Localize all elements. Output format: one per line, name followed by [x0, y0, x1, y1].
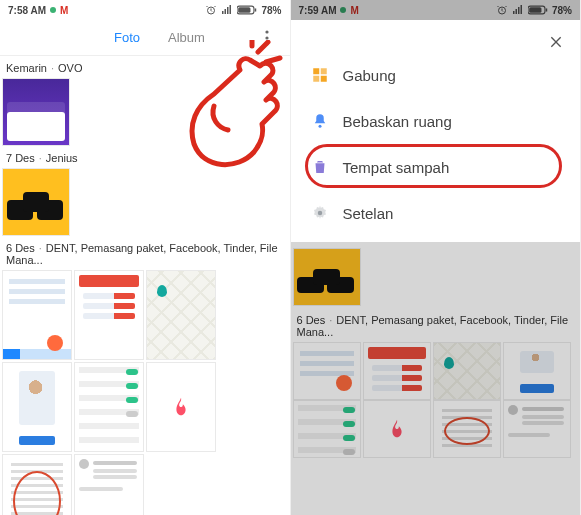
more-menu-button[interactable] [252, 20, 282, 56]
svg-rect-22 [320, 76, 326, 82]
overflow-menu-sheet: Gabung Bebaskan ruang Tempat sampah Sete… [291, 20, 581, 242]
group-header: 6 Des·DENT, Pemasang paket, Facebook, Ti… [0, 236, 290, 270]
svg-rect-1 [222, 11, 224, 14]
thumbnail[interactable] [146, 270, 216, 360]
svg-rect-20 [320, 68, 326, 74]
bell-icon [311, 112, 329, 130]
svg-rect-4 [230, 5, 232, 14]
svg-rect-3 [227, 7, 229, 14]
gallery-under-overlay: 7 Des·Jenius 6 Des·DENT, Pemasang paket,… [291, 224, 581, 515]
trash-icon [311, 158, 329, 176]
menu-item-trash[interactable]: Tempat sampah [291, 144, 581, 190]
status-bar: 7:58 AM M 78% [0, 0, 290, 20]
thumbnail[interactable] [2, 78, 70, 146]
group-header: 7 Des·Jenius [0, 146, 290, 168]
svg-point-8 [265, 30, 268, 33]
battery-text: 78% [261, 5, 281, 16]
thumbnail[interactable] [2, 270, 72, 360]
thumbnail[interactable] [146, 362, 216, 452]
svg-point-23 [318, 125, 321, 128]
thumbnail[interactable] [74, 454, 144, 515]
tinder-icon [170, 396, 192, 418]
alarm-icon [205, 4, 217, 16]
close-icon [548, 34, 564, 50]
menu-item-label: Bebaskan ruang [343, 113, 452, 130]
menu-item-free-space[interactable]: Bebaskan ruang [291, 98, 581, 144]
menu-item-combine[interactable]: Gabung [291, 52, 581, 98]
gear-icon [311, 204, 329, 222]
svg-rect-2 [225, 9, 227, 14]
svg-rect-19 [313, 68, 319, 74]
battery-icon [237, 4, 257, 16]
clock-text: 7:58 AM [8, 5, 46, 16]
thumbnail[interactable] [293, 248, 361, 306]
svg-rect-21 [313, 76, 319, 82]
thumbnail[interactable] [2, 168, 70, 236]
menu-item-label: Tempat sampah [343, 159, 450, 176]
thumbnail[interactable] [503, 342, 571, 400]
thumbnail[interactable] [363, 400, 431, 458]
thumbnail[interactable] [363, 342, 431, 400]
thumbnail[interactable] [74, 362, 144, 452]
signal-icon [221, 4, 233, 16]
thumbnail[interactable] [2, 362, 72, 452]
tab-albums[interactable]: Album [154, 20, 219, 56]
thumbnail[interactable] [74, 270, 144, 360]
thumbnail[interactable] [2, 454, 72, 515]
svg-rect-7 [255, 8, 257, 11]
collage-icon [311, 66, 329, 84]
menu-item-settings[interactable]: Setelan [291, 190, 581, 236]
more-vertical-icon [265, 30, 269, 46]
svg-point-9 [265, 36, 268, 39]
gmail-icon: M [60, 5, 68, 16]
group-header: Kemarin·OVO [0, 56, 290, 78]
thumbnail[interactable] [433, 342, 501, 400]
menu-item-label: Gabung [343, 67, 396, 84]
gallery-tabs: Foto Album [0, 20, 290, 56]
notification-dot-icon [50, 7, 56, 13]
close-button[interactable] [542, 28, 570, 56]
tab-photos[interactable]: Foto [100, 20, 154, 56]
svg-point-10 [265, 42, 268, 45]
svg-rect-6 [239, 7, 251, 12]
menu-item-label: Setelan [343, 205, 394, 222]
thumbnail[interactable] [293, 342, 361, 400]
thumbnail[interactable] [433, 400, 501, 458]
thumbnail[interactable] [503, 400, 571, 458]
thumbnail[interactable] [293, 400, 361, 458]
